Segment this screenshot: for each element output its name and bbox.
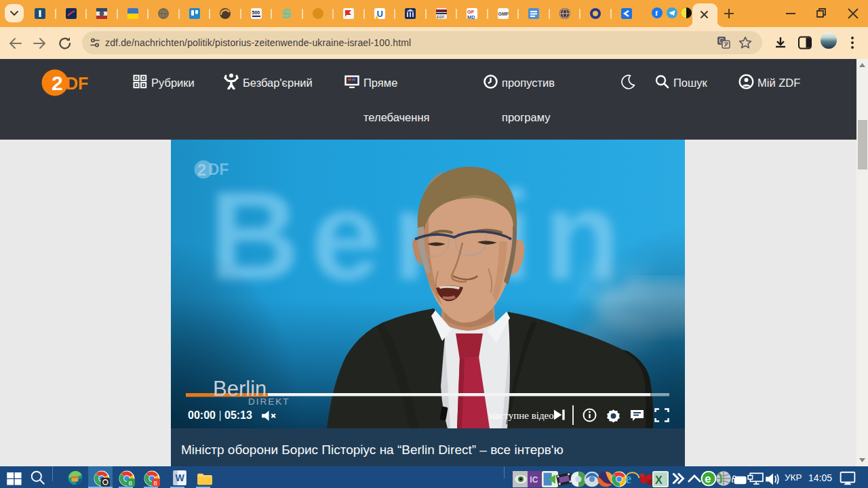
svg-text:X: X: [655, 474, 663, 486]
svg-text:DF: DF: [208, 161, 229, 178]
svg-text:f: f: [655, 9, 658, 17]
svg-text:DF: DF: [66, 74, 88, 93]
svg-text:2: 2: [197, 161, 206, 179]
svg-text:500: 500: [252, 10, 260, 15]
svg-text:GMF: GMF: [498, 12, 509, 16]
svg-text:MD: MD: [467, 14, 475, 20]
svg-text:8: 8: [128, 479, 132, 487]
svg-text:e: e: [705, 472, 711, 485]
svg-text:EIDF: EIDF: [437, 15, 444, 19]
svg-text:8: 8: [153, 479, 157, 487]
svg-text:2: 2: [52, 72, 63, 94]
svg-text:IC: IC: [530, 475, 538, 485]
svg-text:W: W: [175, 472, 184, 483]
svg-text:U: U: [376, 9, 382, 19]
